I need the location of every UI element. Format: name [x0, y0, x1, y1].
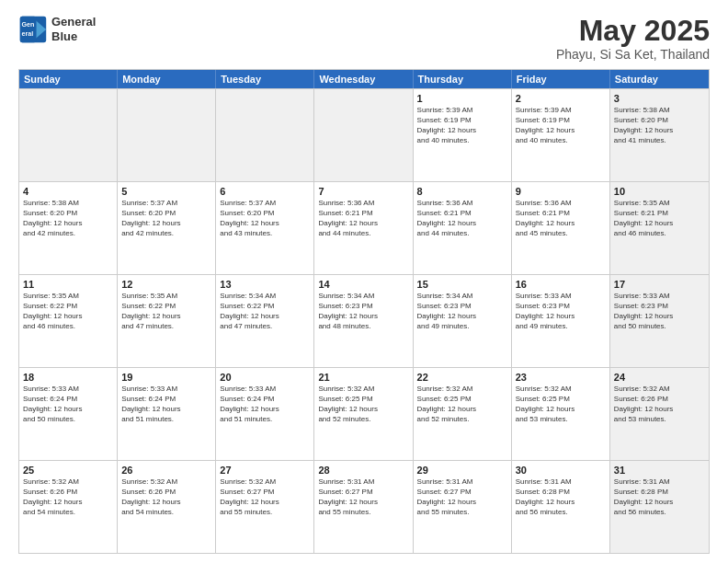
day-info: Sunrise: 5:33 AM Sunset: 6:23 PM Dayligh… [516, 292, 606, 331]
day-number: 17 [614, 278, 705, 291]
header-day-monday: Monday [118, 70, 216, 88]
day-info: Sunrise: 5:35 AM Sunset: 6:22 PM Dayligh… [121, 292, 211, 331]
day-number: 16 [516, 278, 606, 291]
day-number: 25 [23, 464, 113, 477]
calendar-row-4: 25Sunrise: 5:32 AM Sunset: 6:26 PM Dayli… [19, 460, 709, 553]
calendar-body: 1Sunrise: 5:39 AM Sunset: 6:19 PM Daylig… [19, 88, 709, 553]
day-number: 21 [318, 371, 408, 384]
cal-cell-empty-0-0 [19, 89, 118, 181]
calendar-row-2: 11Sunrise: 5:35 AM Sunset: 6:22 PM Dayli… [19, 274, 709, 367]
day-number: 5 [121, 185, 211, 198]
day-info: Sunrise: 5:36 AM Sunset: 6:21 PM Dayligh… [318, 199, 408, 238]
cal-cell-empty-0-1 [118, 89, 216, 181]
day-number: 4 [23, 185, 113, 198]
day-info: Sunrise: 5:32 AM Sunset: 6:26 PM Dayligh… [121, 477, 211, 517]
day-number: 26 [121, 464, 211, 477]
svg-text:eral: eral [22, 30, 34, 38]
header-day-wednesday: Wednesday [314, 70, 413, 88]
svg-rect-2 [20, 17, 37, 42]
cal-cell-15: 15Sunrise: 5:34 AM Sunset: 6:23 PM Dayli… [414, 275, 512, 367]
cal-cell-18: 18Sunrise: 5:33 AM Sunset: 6:24 PM Dayli… [19, 368, 118, 460]
cal-cell-26: 26Sunrise: 5:32 AM Sunset: 6:26 PM Dayli… [118, 461, 216, 553]
cal-cell-3: 3Sunrise: 5:38 AM Sunset: 6:20 PM Daylig… [610, 89, 709, 181]
cal-cell-13: 13Sunrise: 5:34 AM Sunset: 6:22 PM Dayli… [216, 275, 314, 367]
day-number: 18 [23, 371, 113, 384]
header-day-friday: Friday [512, 70, 610, 88]
cal-cell-22: 22Sunrise: 5:32 AM Sunset: 6:25 PM Dayli… [414, 368, 512, 460]
day-number: 13 [220, 278, 310, 291]
cal-cell-5: 5Sunrise: 5:37 AM Sunset: 6:20 PM Daylig… [118, 182, 216, 274]
calendar-row-1: 4Sunrise: 5:38 AM Sunset: 6:20 PM Daylig… [19, 181, 709, 274]
calendar-header: SundayMondayTuesdayWednesdayThursdayFrid… [19, 70, 709, 88]
day-number: 15 [417, 278, 507, 291]
cal-cell-4: 4Sunrise: 5:38 AM Sunset: 6:20 PM Daylig… [19, 182, 118, 274]
cal-cell-8: 8Sunrise: 5:36 AM Sunset: 6:21 PM Daylig… [414, 182, 512, 274]
day-info: Sunrise: 5:36 AM Sunset: 6:21 PM Dayligh… [417, 199, 507, 238]
cal-cell-19: 19Sunrise: 5:33 AM Sunset: 6:24 PM Dayli… [118, 368, 216, 460]
day-number: 22 [417, 371, 507, 384]
day-number: 29 [417, 464, 507, 477]
day-info: Sunrise: 5:35 AM Sunset: 6:21 PM Dayligh… [614, 199, 705, 238]
cal-cell-9: 9Sunrise: 5:36 AM Sunset: 6:21 PM Daylig… [512, 182, 610, 274]
cal-cell-10: 10Sunrise: 5:35 AM Sunset: 6:21 PM Dayli… [610, 182, 709, 274]
day-info: Sunrise: 5:39 AM Sunset: 6:19 PM Dayligh… [516, 106, 606, 145]
day-info: Sunrise: 5:38 AM Sunset: 6:20 PM Dayligh… [23, 199, 113, 238]
day-info: Sunrise: 5:38 AM Sunset: 6:20 PM Dayligh… [614, 106, 705, 145]
subtitle: Phayu, Si Sa Ket, Thailand [556, 47, 710, 62]
header-day-sunday: Sunday [19, 70, 118, 88]
cal-cell-23: 23Sunrise: 5:32 AM Sunset: 6:25 PM Dayli… [512, 368, 610, 460]
day-number: 27 [220, 464, 310, 477]
cal-cell-29: 29Sunrise: 5:31 AM Sunset: 6:27 PM Dayli… [414, 461, 512, 553]
day-info: Sunrise: 5:32 AM Sunset: 6:25 PM Dayligh… [417, 385, 507, 424]
cal-cell-17: 17Sunrise: 5:33 AM Sunset: 6:23 PM Dayli… [610, 275, 709, 367]
cal-cell-12: 12Sunrise: 5:35 AM Sunset: 6:22 PM Dayli… [118, 275, 216, 367]
day-info: Sunrise: 5:32 AM Sunset: 6:25 PM Dayligh… [318, 385, 408, 424]
day-number: 30 [516, 464, 606, 477]
day-info: Sunrise: 5:33 AM Sunset: 6:23 PM Dayligh… [614, 292, 705, 331]
day-info: Sunrise: 5:37 AM Sunset: 6:20 PM Dayligh… [220, 199, 310, 238]
header: Gen eral General Blue May 2025 Phayu, Si… [18, 15, 710, 62]
day-info: Sunrise: 5:32 AM Sunset: 6:27 PM Dayligh… [220, 477, 310, 517]
day-number: 31 [614, 464, 705, 477]
day-info: Sunrise: 5:34 AM Sunset: 6:22 PM Dayligh… [220, 292, 310, 331]
cal-cell-7: 7Sunrise: 5:36 AM Sunset: 6:21 PM Daylig… [314, 182, 413, 274]
page: Gen eral General Blue May 2025 Phayu, Si… [0, 0, 728, 563]
day-number: 14 [318, 278, 408, 291]
cal-cell-16: 16Sunrise: 5:33 AM Sunset: 6:23 PM Dayli… [512, 275, 610, 367]
day-number: 19 [121, 371, 211, 384]
logo-icon: Gen eral [18, 15, 48, 44]
cal-cell-14: 14Sunrise: 5:34 AM Sunset: 6:23 PM Dayli… [314, 275, 413, 367]
day-info: Sunrise: 5:34 AM Sunset: 6:23 PM Dayligh… [417, 292, 507, 331]
cal-cell-6: 6Sunrise: 5:37 AM Sunset: 6:20 PM Daylig… [216, 182, 314, 274]
day-number: 12 [121, 278, 211, 291]
day-info: Sunrise: 5:33 AM Sunset: 6:24 PM Dayligh… [23, 385, 113, 424]
header-day-thursday: Thursday [414, 70, 512, 88]
cal-cell-24: 24Sunrise: 5:32 AM Sunset: 6:26 PM Dayli… [610, 368, 709, 460]
day-info: Sunrise: 5:32 AM Sunset: 6:25 PM Dayligh… [516, 385, 606, 424]
cal-cell-21: 21Sunrise: 5:32 AM Sunset: 6:25 PM Dayli… [314, 368, 413, 460]
cal-cell-empty-0-3 [314, 89, 413, 181]
logo-text: General Blue [51, 15, 96, 43]
cal-cell-28: 28Sunrise: 5:31 AM Sunset: 6:27 PM Dayli… [314, 461, 413, 553]
calendar: SundayMondayTuesdayWednesdayThursdayFrid… [18, 69, 710, 554]
cal-cell-1: 1Sunrise: 5:39 AM Sunset: 6:19 PM Daylig… [414, 89, 512, 181]
day-number: 11 [23, 278, 113, 291]
day-info: Sunrise: 5:35 AM Sunset: 6:22 PM Dayligh… [23, 292, 113, 331]
day-info: Sunrise: 5:31 AM Sunset: 6:27 PM Dayligh… [318, 477, 408, 517]
cal-cell-20: 20Sunrise: 5:33 AM Sunset: 6:24 PM Dayli… [216, 368, 314, 460]
calendar-row-0: 1Sunrise: 5:39 AM Sunset: 6:19 PM Daylig… [19, 88, 709, 181]
cal-cell-25: 25Sunrise: 5:32 AM Sunset: 6:26 PM Dayli… [19, 461, 118, 553]
cal-cell-31: 31Sunrise: 5:31 AM Sunset: 6:28 PM Dayli… [610, 461, 709, 553]
header-day-tuesday: Tuesday [216, 70, 314, 88]
cal-cell-11: 11Sunrise: 5:35 AM Sunset: 6:22 PM Dayli… [19, 275, 118, 367]
day-info: Sunrise: 5:39 AM Sunset: 6:19 PM Dayligh… [417, 106, 507, 145]
cal-cell-30: 30Sunrise: 5:31 AM Sunset: 6:28 PM Dayli… [512, 461, 610, 553]
day-info: Sunrise: 5:31 AM Sunset: 6:27 PM Dayligh… [417, 477, 507, 517]
day-number: 2 [516, 92, 606, 105]
day-info: Sunrise: 5:37 AM Sunset: 6:20 PM Dayligh… [121, 199, 211, 238]
day-info: Sunrise: 5:32 AM Sunset: 6:26 PM Dayligh… [614, 385, 705, 424]
day-info: Sunrise: 5:36 AM Sunset: 6:21 PM Dayligh… [516, 199, 606, 238]
day-number: 7 [318, 185, 408, 198]
day-number: 1 [417, 92, 507, 105]
header-day-saturday: Saturday [610, 70, 709, 88]
